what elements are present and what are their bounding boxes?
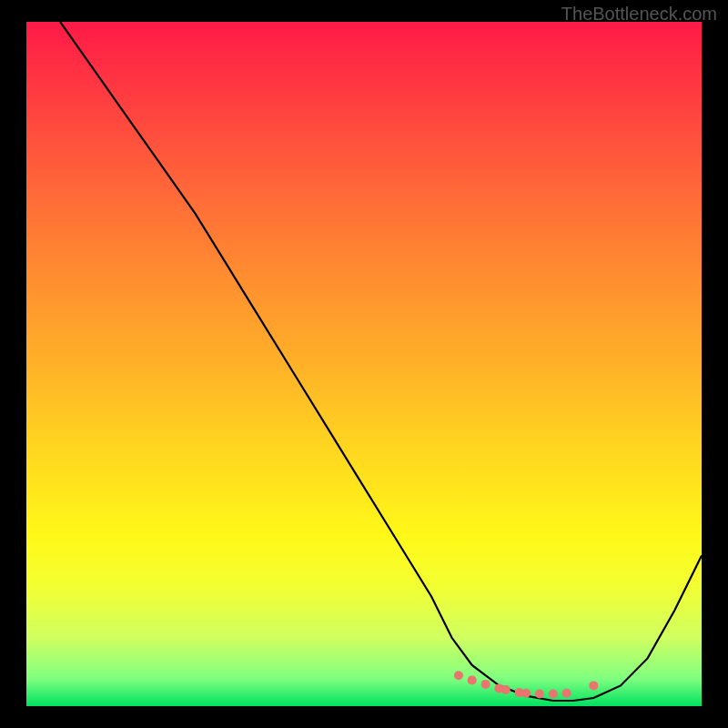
marker-dot — [562, 689, 571, 698]
marker-dot — [468, 675, 477, 684]
marker-dot — [521, 689, 531, 698]
optimal-range-markers — [454, 671, 598, 698]
marker-dot — [549, 690, 558, 699]
marker-dot — [481, 680, 490, 689]
watermark-text: TheBottleneck.com — [561, 4, 717, 25]
plot-area — [26, 22, 702, 706]
marker-dot — [501, 685, 511, 694]
marker-dot — [589, 681, 598, 690]
chart-svg — [26, 22, 702, 706]
marker-dot — [535, 690, 544, 699]
bottleneck-curve — [60, 22, 702, 701]
marker-dot — [454, 671, 463, 680]
